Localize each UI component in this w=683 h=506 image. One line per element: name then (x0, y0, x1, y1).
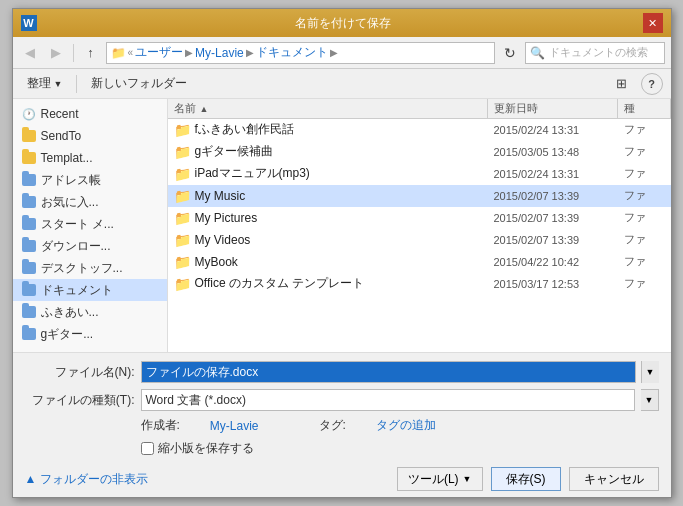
filename-dropdown-arrow[interactable]: ▼ (641, 361, 659, 383)
view-button[interactable]: ⊞ (611, 73, 633, 95)
recent-icon: 🕐 (21, 106, 37, 122)
save-button[interactable]: 保存(S) (491, 467, 561, 491)
file-row[interactable]: 📁 Office のカスタム テンプレート 2015/03/17 12:53 フ… (168, 273, 671, 295)
file-name-cell: 📁 gギター候補曲 (168, 141, 488, 162)
refresh-button[interactable]: ↻ (499, 42, 521, 64)
file-name-cell: 📁 Office のカスタム テンプレート (168, 273, 488, 294)
file-name: MyBook (195, 255, 238, 269)
sidebar-item-address[interactable]: アドレス帳 (13, 169, 167, 191)
file-date-cell: 2015/04/22 10:42 (488, 251, 618, 272)
sidebar-item-favorites[interactable]: お気に入... (13, 191, 167, 213)
file-type-cell: ファ (618, 273, 671, 294)
file-list: 名前 ▲ 更新日時 種 📁 fふきあい創作民話 2015/02/24 13:31 (168, 99, 671, 352)
file-date-cell: 2015/02/07 13:39 (488, 229, 618, 250)
close-button[interactable]: ✕ (643, 13, 663, 33)
window-controls: ✕ (643, 13, 663, 33)
file-name: gギター候補曲 (195, 143, 274, 160)
forward-button[interactable]: ▶ (45, 42, 67, 64)
file-row[interactable]: 📁 iPadマニュアル(mp3) 2015/02/24 13:31 ファ (168, 163, 671, 185)
sidebar-item-recent[interactable]: 🕐 Recent (13, 103, 167, 125)
filetype-dropdown-arrow[interactable]: ▼ (641, 389, 659, 411)
sidebar-item-label: スタート メ... (41, 216, 114, 233)
filetype-select[interactable]: Word 文書 (*.docx) (141, 389, 635, 411)
sidebar-item-label: ダウンロー... (41, 238, 111, 255)
folder-blue-icon (21, 216, 37, 232)
file-name: iPadマニュアル(mp3) (195, 165, 310, 182)
folder-special-icon: 📁 (174, 232, 191, 248)
file-name: My Music (195, 189, 246, 203)
breadcrumb-lavie[interactable]: My-Lavie (195, 46, 244, 60)
file-name: Office のカスタム テンプレート (195, 275, 365, 292)
sidebar-item-guitar[interactable]: gギター... (13, 323, 167, 345)
folder-blue-icon (21, 282, 37, 298)
file-row[interactable]: 📁 fふきあい創作民話 2015/02/24 13:31 ファ (168, 119, 671, 141)
file-type-cell: ファ (618, 163, 671, 184)
save-label: 保存(S) (506, 472, 546, 486)
title-bar: W 名前を付けて保存 ✕ (13, 9, 671, 37)
author-link[interactable]: My-Lavie (210, 419, 259, 433)
breadcrumb-bar: 📁 « ユーザー ▶ My-Lavie ▶ ドキュメント ▶ (106, 42, 495, 64)
thumbnail-label: 縮小版を保存する (158, 440, 254, 457)
file-name-cell: 📁 My Pictures (168, 207, 488, 228)
file-name-cell: 📁 iPadマニュアル(mp3) (168, 163, 488, 184)
sidebar-item-label: アドレス帳 (41, 172, 101, 189)
search-icon: 🔍 (530, 46, 545, 60)
action-row: ▲ フォルダーの非表示 ツール(L) ▼ 保存(S) キャンセル (25, 463, 659, 493)
filename-row: ファイル名(N): ▼ (25, 361, 659, 383)
folder-blue-icon (21, 326, 37, 342)
header-name[interactable]: 名前 ▲ (168, 99, 488, 118)
sidebar-item-fukai[interactable]: ふきあい... (13, 301, 167, 323)
folder-blue-icon (21, 172, 37, 188)
tag-link[interactable]: タグの追加 (376, 417, 436, 434)
cancel-button[interactable]: キャンセル (569, 467, 659, 491)
thumbnail-checkbox[interactable] (141, 442, 154, 455)
sidebar-item-start[interactable]: スタート メ... (13, 213, 167, 235)
file-row[interactable]: 📁 My Pictures 2015/02/07 13:39 ファ (168, 207, 671, 229)
folder-toggle-label: フォルダーの非表示 (40, 471, 148, 488)
breadcrumb-user[interactable]: ユーザー (135, 44, 183, 61)
sidebar-item-desktop[interactable]: デスクトッフ... (13, 257, 167, 279)
file-date-cell: 2015/02/07 13:39 (488, 185, 618, 206)
header-date[interactable]: 更新日時 (488, 99, 618, 118)
filename-input[interactable] (141, 361, 636, 383)
search-placeholder: ドキュメントの検索 (549, 45, 648, 60)
file-row[interactable]: 📁 gギター候補曲 2015/03/05 13:48 ファ (168, 141, 671, 163)
file-date-cell: 2015/02/07 13:39 (488, 207, 618, 228)
file-row[interactable]: 📁 MyBook 2015/04/22 10:42 ファ (168, 251, 671, 273)
breadcrumb-documents[interactable]: ドキュメント (256, 44, 328, 61)
sidebar-item-label: デスクトッフ... (41, 260, 123, 277)
file-type-cell: ファ (618, 229, 671, 250)
organize-button[interactable]: 整理 ▼ (21, 73, 69, 94)
sidebar-item-templates[interactable]: Templat... (13, 147, 167, 169)
file-row-mymusic[interactable]: 📁 My Music 2015/02/07 13:39 ファ (168, 185, 671, 207)
thumbnail-row: 縮小版を保存する (25, 440, 659, 457)
folder-blue-icon (21, 194, 37, 210)
header-type[interactable]: 種 (618, 99, 671, 118)
tools-button[interactable]: ツール(L) ▼ (397, 467, 483, 491)
folder-icon: 📁 (174, 254, 191, 270)
sidebar-item-sendto[interactable]: SendTo (13, 125, 167, 147)
tools-label: ツール(L) (408, 471, 459, 488)
nav-divider (73, 44, 74, 62)
sidebar-item-label: Recent (41, 107, 79, 121)
back-button[interactable]: ◀ (19, 42, 41, 64)
folder-icon (21, 128, 37, 144)
up-button[interactable]: ↑ (80, 42, 102, 64)
folder-toggle-button[interactable]: ▲ フォルダーの非表示 (25, 471, 149, 488)
sidebar-item-documents[interactable]: ドキュメント (13, 279, 167, 301)
dialog-title: 名前を付けて保存 (43, 15, 643, 32)
file-date-cell: 2015/02/24 13:31 (488, 163, 618, 184)
author-label: 作成者: (141, 417, 180, 434)
sidebar-item-label: ふきあい... (41, 304, 99, 321)
new-folder-button[interactable]: 新しいフォルダー (85, 73, 193, 94)
help-button[interactable]: ? (641, 73, 663, 95)
folder-icon: 📁 (174, 276, 191, 292)
sidebar-item-downloads[interactable]: ダウンロー... (13, 235, 167, 257)
file-row[interactable]: 📁 My Videos 2015/02/07 13:39 ファ (168, 229, 671, 251)
folder-icon: 📁 (174, 166, 191, 182)
folder-up-icon: ▲ (25, 472, 37, 486)
file-list-header: 名前 ▲ 更新日時 種 (168, 99, 671, 119)
filetype-label: ファイルの種類(T): (25, 392, 135, 409)
search-box[interactable]: 🔍 ドキュメントの検索 (525, 42, 665, 64)
tag-label: タグ: (319, 417, 346, 434)
